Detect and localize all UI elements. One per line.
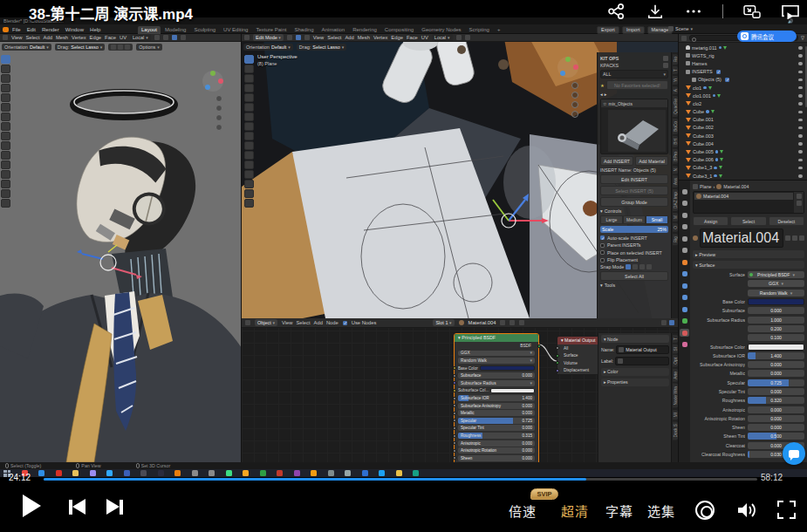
scale-slider[interactable]: Scale25% xyxy=(600,226,668,233)
remove-slot-button[interactable] xyxy=(797,201,802,206)
download-icon[interactable] xyxy=(646,3,665,19)
menu-edit[interactable]: Edit xyxy=(27,27,36,32)
viewport-menu-add[interactable]: Add xyxy=(345,35,353,40)
viewport-menu-add[interactable]: Add xyxy=(44,35,52,40)
outliner-row[interactable]: Cube.005 xyxy=(679,147,804,155)
slot-selector[interactable]: Slot 1 ▾ xyxy=(433,319,454,326)
shading-mode-icon[interactable] xyxy=(181,35,186,40)
sidebar-tab-quadre[interactable]: QuadRe xyxy=(673,96,678,117)
snap-option-icon[interactable] xyxy=(626,264,631,269)
input-socket[interactable] xyxy=(453,412,456,415)
node-slider[interactable]: Subsurface Anisotropy0.000 xyxy=(458,403,535,409)
properties-tab-world[interactable] xyxy=(680,247,689,255)
visibility-eye-icon[interactable] xyxy=(798,134,803,138)
menu-widget[interactable]: Principled BSDF▾ xyxy=(748,271,804,278)
color-swatch[interactable] xyxy=(748,344,804,351)
color-swatch[interactable] xyxy=(480,365,535,371)
value-slider[interactable]: 1.400 xyxy=(748,352,804,359)
tools-section-arrow[interactable]: ▾ xyxy=(600,283,603,288)
node-slider[interactable]: Specular Tint0.000 xyxy=(458,425,535,431)
taskbar-app-icon[interactable] xyxy=(56,470,62,476)
properties-tab-object[interactable] xyxy=(680,258,689,266)
workspace-tab-modeling[interactable]: Modeling xyxy=(161,26,189,34)
node-label-input[interactable] xyxy=(615,357,669,365)
unlink-icon[interactable] xyxy=(519,320,524,325)
sidebar-tab-yi[interactable]: Yi xyxy=(673,76,678,85)
menu-widget[interactable]: Random Walk▾ xyxy=(748,290,804,297)
visibility-eye-icon[interactable] xyxy=(798,102,803,106)
sidebar-tab-t[interactable]: T xyxy=(673,335,678,343)
copy-icon[interactable] xyxy=(792,235,797,241)
tool-icon[interactable] xyxy=(1,55,10,64)
properties-tab-view-layer[interactable] xyxy=(680,223,689,231)
input-socket[interactable] xyxy=(453,426,456,430)
episodes-button[interactable]: 选集 xyxy=(647,501,675,520)
workspace-tab-sculpting[interactable]: Sculpting xyxy=(190,26,219,34)
viewport-right[interactable]: Edit Mode ▾ ViewSelectAddMeshVertexEdgeF… xyxy=(242,34,679,318)
select-button[interactable]: Select xyxy=(730,216,766,226)
bsdf-output-socket[interactable] xyxy=(537,344,541,348)
tv-cast-icon[interactable] xyxy=(781,3,800,19)
properties-tab-material[interactable] xyxy=(680,329,689,337)
pivot-selector[interactable]: Local▾ xyxy=(432,34,453,41)
outliner-row[interactable]: WGTS_rig xyxy=(679,51,804,59)
options-menu[interactable]: Options▾ xyxy=(136,44,161,51)
sidebar-tab-arte[interactable]: Arte xyxy=(673,369,678,382)
input-socket[interactable] xyxy=(453,456,456,460)
node-menu-add[interactable]: Add xyxy=(314,320,323,325)
color-widget[interactable] xyxy=(748,344,804,351)
chat-assistant-bubble[interactable] xyxy=(783,442,805,465)
proportional-edit-icon[interactable] xyxy=(163,35,168,40)
collection-checkbox[interactable] xyxy=(716,70,721,74)
properties-tab-particles[interactable] xyxy=(680,282,689,290)
node-slider[interactable]: Anisotropic Rotation0.000 xyxy=(458,447,535,454)
material-sphere-icon[interactable] xyxy=(693,235,698,241)
snap-magnet-icon[interactable] xyxy=(154,35,160,40)
sidebar-tab-opt[interactable]: Opt xyxy=(673,355,678,367)
taskbar-app-icon[interactable] xyxy=(396,470,402,476)
proportional-edit-icon[interactable] xyxy=(465,35,470,40)
more-icon[interactable] xyxy=(684,3,703,19)
input-socket[interactable] xyxy=(453,404,456,407)
visibility-eye-icon[interactable] xyxy=(798,150,803,153)
sidebar-tab-mi[interactable]: MI xyxy=(673,410,678,419)
video-frame[interactable]: Blender* [D:\CloudStation\... 🔊 FileEdit… xyxy=(0,17,807,477)
sidebar-tab-bpro[interactable]: BPro xyxy=(673,149,678,164)
tool-icon[interactable] xyxy=(1,170,10,179)
snap-magnet-icon[interactable] xyxy=(456,35,462,40)
prev-arrow-icon[interactable]: ◂ xyxy=(600,92,603,97)
outliner-row[interactable]: Objects (5) xyxy=(679,76,804,84)
slider-widget[interactable]: 0.000 xyxy=(748,424,804,431)
taskbar-app-icon[interactable] xyxy=(345,470,351,476)
sidebar-tab-node-wra[interactable]: Node Wra xyxy=(673,384,678,408)
properties-section[interactable]: ▸ Properties xyxy=(601,379,669,386)
slider-widget[interactable]: 0.000 xyxy=(748,388,804,395)
value-slider[interactable]: 0.000 xyxy=(748,424,804,431)
node-menu-node[interactable]: Node xyxy=(326,320,339,325)
zoom-icon[interactable] xyxy=(215,95,222,102)
viewport-menu-view[interactable]: View xyxy=(11,35,22,40)
collapse-arrow-icon[interactable]: ▾ xyxy=(561,338,564,343)
properties-tab-texture[interactable] xyxy=(680,341,689,349)
outliner-row[interactable]: clo1.001 xyxy=(679,92,804,99)
scene-selector[interactable]: Scene ▾ xyxy=(668,26,693,31)
import-button[interactable]: Import xyxy=(622,26,645,34)
visibility-eye-icon[interactable] xyxy=(798,126,803,130)
snap-option-icon[interactable] xyxy=(633,264,638,269)
color-swatch[interactable] xyxy=(748,298,804,305)
outliner-row[interactable]: Cube.006 xyxy=(679,156,804,164)
controls-section-arrow[interactable]: ▾ xyxy=(600,208,603,214)
menu-file[interactable]: File xyxy=(12,27,21,32)
outliner-row[interactable]: INSERTS xyxy=(679,68,804,76)
taskbar-app-icon[interactable] xyxy=(72,470,79,476)
assign-button[interactable]: Assign xyxy=(693,216,728,226)
pip-icon[interactable] xyxy=(742,3,762,19)
value-slider[interactable]: 0.000 xyxy=(748,415,804,422)
outliner-row[interactable]: Hames xyxy=(679,59,804,67)
face-select-icon[interactable] xyxy=(304,35,310,40)
taskbar-app-icon[interactable] xyxy=(140,470,147,476)
snap-option-icon[interactable] xyxy=(639,264,645,269)
workspace-tab-layout[interactable]: Layout xyxy=(138,26,161,34)
value-slider[interactable]: 0.725 xyxy=(748,379,804,386)
select-insert-button[interactable]: Select INSERT (5) xyxy=(600,186,668,195)
